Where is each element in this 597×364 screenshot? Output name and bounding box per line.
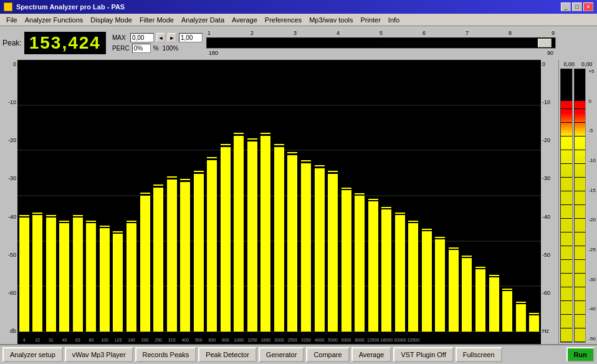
y-label-db: db [10, 328, 16, 334]
freq-num-2: 2 [251, 30, 254, 36]
vu-left-val: 0,00 [563, 61, 575, 67]
menu-analyzer-functions[interactable]: Analyzer Functions [21, 15, 87, 25]
perc-100-label: 100% [163, 45, 179, 52]
max-input-right[interactable] [179, 33, 203, 42]
fullscreen-button[interactable]: Fullscreen [456, 347, 502, 362]
freq-num-3: 3 [294, 30, 297, 36]
freq-num-4: 4 [337, 30, 340, 36]
controls-panel: MAX ◄ ► PERC % 100% [112, 33, 203, 53]
menu-printer[interactable]: Printer [356, 15, 384, 25]
vu-scale-labels: +5 0 -5 -10 -15 -20 -25 -30 -40 -50 [587, 69, 596, 343]
y-right-60: -60 [542, 290, 550, 296]
window-title: Spectrum Analyzer pro Lab - PAS [16, 3, 561, 11]
freq-num-8: 8 [509, 30, 512, 36]
y-right-hz: Hz [542, 328, 549, 334]
vu-right-panel: 0,00 0,00 +5 0 -5 -10 -15 -20 -25 -30 -4… [558, 60, 597, 344]
maximize-button[interactable]: □ [572, 2, 582, 11]
menu-display-mode[interactable]: Display Mode [87, 15, 136, 25]
y-right-40: -40 [542, 214, 550, 220]
y-right-30: -30 [542, 175, 550, 181]
max-label: MAX [112, 34, 128, 41]
y-right-20: -20 [542, 137, 550, 143]
vu-top-values: 0,00 0,00 [560, 61, 596, 67]
y-label-0: 0 [13, 61, 16, 67]
vu-right-val: 0,00 [581, 61, 593, 67]
menu-filter-mode[interactable]: Filter Mode [136, 15, 178, 25]
menu-mp3-tools[interactable]: Mp3/wav tools [305, 15, 356, 25]
vst-plugin-button[interactable]: VST Plugin Off [393, 347, 453, 362]
max-decr-button[interactable]: ◄ [156, 33, 165, 42]
y-label-10: -10 [8, 99, 16, 105]
menu-info[interactable]: Info [384, 15, 403, 25]
y-axis-left: 0 -10 -20 -30 -40 -50 -60 db [0, 60, 17, 344]
y-label-20: -20 [8, 137, 16, 143]
perc-input[interactable] [132, 44, 151, 53]
analyzer-display: 0 -10 -20 -30 -40 -50 -60 db 0 -10 [0, 60, 558, 344]
spectrum-canvas-wrapper [17, 60, 541, 344]
peak-label: Peak: [2, 39, 22, 47]
menu-bar: File Analyzer Functions Display Mode Fil… [0, 14, 597, 26]
freq-num-5: 5 [380, 30, 383, 36]
y-label-40: -40 [8, 214, 16, 220]
freq-num-9: 9 [552, 30, 555, 36]
max-controls-row: MAX ◄ ► [112, 33, 203, 42]
max-input-left[interactable] [130, 33, 154, 42]
freq-num-1: 1 [208, 30, 211, 36]
freq-slider[interactable] [206, 37, 556, 49]
freq-slider-thumb [538, 39, 552, 47]
minimize-button[interactable]: _ [561, 2, 571, 11]
spectrum-canvas [17, 60, 541, 344]
peak-value: 153,424 [24, 32, 106, 54]
bottom-toolbar: Analyzer setup vWav Mp3 Player Records P… [0, 344, 597, 364]
peak-detector-button[interactable]: Peak Detector [198, 347, 257, 362]
y-right-50: -50 [542, 252, 550, 258]
y-axis-right: 0 -10 -20 -30 -40 -50 -60 Hz [541, 60, 558, 344]
freq-range-start: 180 [209, 50, 218, 56]
y-right-0: 0 [542, 61, 545, 67]
average-button[interactable]: Average [351, 347, 392, 362]
vu-left-meter [560, 69, 573, 343]
menu-preferences[interactable]: Preferences [261, 15, 305, 25]
perc-label: PERC [112, 45, 130, 52]
freq-range-end: 90 [547, 50, 553, 56]
y-label-30: -30 [8, 175, 16, 181]
menu-file[interactable]: File [2, 15, 21, 25]
y-label-50: -50 [8, 252, 16, 258]
menu-average[interactable]: Average [228, 15, 261, 25]
compare-button[interactable]: Compare [306, 347, 349, 362]
menu-analyzer-data[interactable]: Analyzer Data [178, 15, 228, 25]
y-right-10: -10 [542, 99, 550, 105]
freq-num-7: 7 [466, 30, 469, 36]
top-controls: Peak: 153,424 MAX ◄ ► PERC % [0, 26, 558, 60]
wav-mp3-button[interactable]: vWav Mp3 Player [65, 347, 133, 362]
close-button[interactable]: ✕ [583, 2, 593, 11]
records-peaks-button[interactable]: Records Peaks [135, 347, 197, 362]
perc-pct-label: % [153, 45, 159, 52]
freq-slider-panel: 1 2 3 4 5 6 7 8 9 180 [206, 30, 556, 56]
freq-num-6: 6 [423, 30, 426, 36]
vu-right-meter [574, 69, 586, 343]
perc-controls-row: PERC % 100% [112, 44, 203, 53]
generator-button[interactable]: Generator [259, 347, 305, 362]
analyzer-setup-button[interactable]: Analyzer setup [2, 347, 63, 362]
peak-display: Peak: 153,424 [2, 32, 106, 54]
run-button[interactable]: Run [566, 347, 595, 362]
max-incr-button[interactable]: ► [168, 33, 176, 42]
title-bar: Spectrum Analyzer pro Lab - PAS _ □ ✕ [0, 0, 597, 14]
y-label-60: -60 [8, 290, 16, 296]
app-icon [4, 2, 12, 11]
freq-range-input[interactable] [207, 38, 555, 48]
window-buttons: _ □ ✕ [561, 2, 593, 11]
